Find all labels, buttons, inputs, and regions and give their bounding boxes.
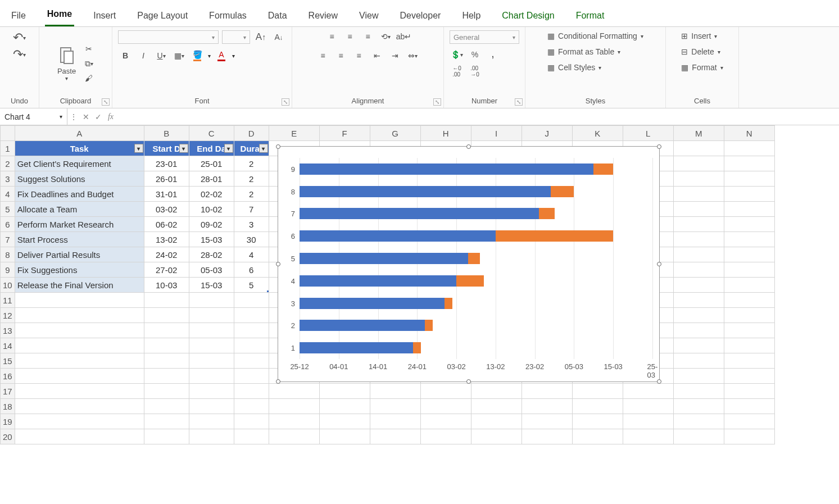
cell[interactable] xyxy=(144,308,189,323)
col-header[interactable]: N xyxy=(724,126,774,141)
cell[interactable]: 15-03 xyxy=(189,278,234,293)
cell[interactable]: Allocate a Team xyxy=(15,202,144,217)
cell[interactable] xyxy=(724,369,774,384)
cell[interactable] xyxy=(673,369,724,384)
row-header[interactable]: 7 xyxy=(1,232,15,247)
formula-input[interactable] xyxy=(117,108,839,125)
cell[interactable] xyxy=(623,429,673,444)
fx-icon[interactable]: fx xyxy=(105,112,117,121)
cell[interactable] xyxy=(234,293,269,308)
resize-handle[interactable] xyxy=(466,144,471,149)
cell[interactable] xyxy=(724,308,774,323)
cell[interactable] xyxy=(144,399,189,414)
cell[interactable] xyxy=(189,308,234,323)
cell[interactable] xyxy=(370,414,420,429)
cell[interactable]: Deliver Partial Results xyxy=(15,247,144,262)
cell[interactable]: 09-02 xyxy=(189,217,234,232)
cell[interactable] xyxy=(724,202,774,217)
tab-format[interactable]: Format xyxy=(574,7,607,26)
cell[interactable] xyxy=(189,293,234,308)
cell[interactable] xyxy=(15,429,144,444)
cell[interactable] xyxy=(673,399,724,414)
undo-button[interactable]: ↶ ▾ xyxy=(13,30,26,45)
cell[interactable]: 10-03 xyxy=(144,278,189,293)
cell[interactable] xyxy=(234,399,269,414)
cell[interactable]: 28-01 xyxy=(189,171,234,187)
cell[interactable] xyxy=(15,384,144,399)
cell[interactable] xyxy=(189,353,234,369)
bar-segment[interactable] xyxy=(300,230,496,242)
cell[interactable] xyxy=(189,338,234,353)
row-header[interactable]: 16 xyxy=(1,369,15,384)
cell[interactable] xyxy=(234,338,269,353)
cell[interactable] xyxy=(234,308,269,323)
row-header[interactable]: 4 xyxy=(1,187,15,202)
paste-button[interactable]: Paste▾ xyxy=(55,43,78,84)
row-header[interactable]: 14 xyxy=(1,338,15,353)
tab-data[interactable]: Data xyxy=(266,7,289,26)
cell[interactable] xyxy=(189,399,234,414)
cell[interactable] xyxy=(144,369,189,384)
cell[interactable]: Release the Final Version xyxy=(15,278,144,293)
col-header[interactable]: M xyxy=(673,126,724,141)
cell[interactable] xyxy=(724,399,774,414)
redo-button[interactable]: ↷ ▾ xyxy=(13,47,26,62)
cell[interactable] xyxy=(724,384,774,399)
chart-plot-area[interactable]: 25-1204-0114-0124-0103-0213-0223-0205-03… xyxy=(300,158,652,359)
cell[interactable] xyxy=(370,429,420,444)
col-header[interactable]: D xyxy=(234,126,269,141)
enter-icon[interactable]: ✓ xyxy=(92,112,105,121)
cell[interactable] xyxy=(144,414,189,429)
bar-segment[interactable] xyxy=(456,275,484,287)
cell[interactable] xyxy=(234,353,269,369)
cell[interactable] xyxy=(673,293,724,308)
font-color-button[interactable]: A xyxy=(214,49,229,62)
align-bottom-button[interactable]: ≡ xyxy=(361,30,375,43)
cell[interactable] xyxy=(189,414,234,429)
tab-review[interactable]: Review xyxy=(306,7,340,26)
percent-format-button[interactable]: % xyxy=(468,48,482,61)
cell[interactable]: End Da▾ xyxy=(189,141,234,156)
cell[interactable] xyxy=(724,217,774,232)
bar-segment[interactable] xyxy=(539,208,555,219)
decrease-decimal-button[interactable]: .00→0 xyxy=(468,65,482,78)
cell[interactable] xyxy=(269,414,319,429)
resize-handle[interactable] xyxy=(466,379,471,384)
bar-segment[interactable] xyxy=(300,186,551,197)
row-header[interactable]: 13 xyxy=(1,323,15,338)
cell[interactable] xyxy=(471,414,521,429)
cell[interactable] xyxy=(370,399,420,414)
tab-formulas[interactable]: Formulas xyxy=(207,7,249,26)
cell[interactable] xyxy=(673,232,724,247)
row-header[interactable]: 15 xyxy=(1,353,15,369)
cell[interactable] xyxy=(673,187,724,202)
cell[interactable] xyxy=(673,338,724,353)
resize-handle[interactable] xyxy=(276,262,280,266)
col-header[interactable]: L xyxy=(623,126,673,141)
cell[interactable]: Perform Market Research xyxy=(15,217,144,232)
cell[interactable] xyxy=(724,323,774,338)
number-format-select[interactable]: General▾ xyxy=(450,30,519,44)
cell[interactable] xyxy=(724,247,774,262)
cell[interactable] xyxy=(471,429,521,444)
format-cells-button[interactable]: ▦Format ▾ xyxy=(679,62,725,73)
cell[interactable] xyxy=(15,399,144,414)
select-all-cell[interactable] xyxy=(1,126,15,141)
tab-view[interactable]: View xyxy=(357,7,380,26)
row-header[interactable]: 20 xyxy=(1,429,15,444)
resize-handle[interactable] xyxy=(657,379,661,384)
cell[interactable] xyxy=(15,293,144,308)
borders-button[interactable]: ▦▾ xyxy=(172,49,187,62)
bar-segment[interactable] xyxy=(300,208,539,219)
cell[interactable] xyxy=(234,384,269,399)
cell[interactable] xyxy=(673,414,724,429)
cell[interactable]: 13-02 xyxy=(144,232,189,247)
row-header[interactable]: 5 xyxy=(1,202,15,217)
cell[interactable] xyxy=(673,141,724,156)
cell[interactable] xyxy=(673,353,724,369)
tab-home[interactable]: Home xyxy=(45,6,74,26)
cell[interactable] xyxy=(319,429,370,444)
merge-button[interactable]: ⇔▾ xyxy=(406,49,420,62)
cell[interactable] xyxy=(724,171,774,187)
dialog-launcher-icon[interactable]: ⤡ xyxy=(282,98,289,106)
